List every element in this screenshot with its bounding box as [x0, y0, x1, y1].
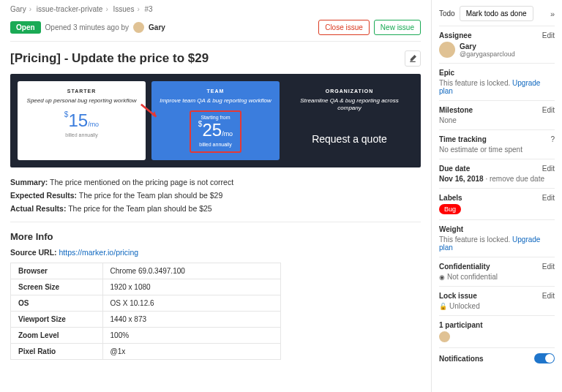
edit-labels[interactable]: Edit — [542, 194, 555, 202]
pricing-card-starter: STARTER Speed up personal bug reporting … — [18, 81, 146, 160]
source-url-link[interactable]: https://marker.io/pricing — [59, 248, 139, 257]
env-table: BrowserChrome 69.0.3497.100 Screen Size1… — [10, 263, 281, 360]
opened-text: Opened 3 minutes ago by — [45, 23, 130, 31]
table-row: BrowserChrome 69.0.3497.100 — [11, 263, 281, 279]
table-row: Viewport Size1440 x 873 — [11, 312, 281, 328]
pricing-card-org: ORGANIZATION Streamline QA & bug reporti… — [285, 81, 413, 160]
close-issue-button[interactable]: Close issue — [318, 20, 370, 35]
notifications-toggle[interactable]: ✓ — [534, 353, 555, 363]
eye-icon: ◉ — [439, 274, 445, 281]
edit-confidentiality[interactable]: Edit — [542, 263, 555, 271]
edit-assignee[interactable]: Edit — [542, 31, 555, 39]
mark-todo-done-button[interactable]: Mark todo as done — [460, 6, 533, 21]
table-row: Screen Size1920 x 1080 — [11, 279, 281, 295]
table-row: OSOS X 10.12.6 — [11, 295, 281, 312]
crumb-current: #3 — [145, 5, 153, 13]
pricing-screenshot: STARTER Speed up personal bug reporting … — [10, 74, 421, 167]
annotation-highlight: Starting from $25/mo billed annually — [190, 110, 241, 153]
pricing-card-team: TEAM Improve team QA & bug reporting wor… — [151, 81, 280, 160]
edit-title-button[interactable] — [405, 50, 421, 67]
todo-label: Todo — [439, 10, 455, 18]
more-info-heading: More Info — [10, 231, 421, 242]
remove-due-date[interactable]: · remove due date — [484, 175, 544, 183]
avatar[interactable] — [133, 22, 144, 33]
label-bug[interactable]: Bug — [439, 204, 461, 214]
help-icon[interactable]: ? — [550, 135, 555, 143]
avatar[interactable] — [439, 42, 455, 58]
avatar[interactable] — [439, 331, 450, 342]
page-title: [Pricing] - Update the price to $29 — [10, 50, 421, 67]
edit-milestone[interactable]: Edit — [542, 106, 555, 114]
collapse-sidebar-button[interactable]: » — [550, 10, 555, 18]
table-row: Zoom Level100% — [11, 328, 281, 344]
edit-due-date[interactable]: Edit — [542, 165, 555, 173]
author-name[interactable]: Gary — [149, 23, 165, 31]
status-badge: Open — [10, 21, 41, 34]
lock-open-icon: 🔓 — [439, 303, 447, 310]
crumb[interactable]: issue-tracker-private — [37, 5, 103, 13]
issue-meta-row: Open Opened 3 minutes ago by Gary Close … — [10, 17, 421, 42]
issue-body: Summary: The price mentioned on the pric… — [10, 178, 421, 360]
breadcrumb: Gary› issue-tracker-private› Issues› #3 — [10, 0, 421, 17]
crumb[interactable]: Gary — [10, 5, 26, 13]
edit-lock[interactable]: Edit — [542, 292, 555, 300]
pencil-icon — [409, 55, 416, 62]
new-issue-button[interactable]: New issue — [374, 20, 421, 35]
crumb[interactable]: Issues — [113, 5, 135, 13]
table-row: Pixel Ratio@1x — [11, 344, 281, 360]
sidebar: Todo Mark todo as done » AssigneeEdit Ga… — [432, 0, 562, 392]
